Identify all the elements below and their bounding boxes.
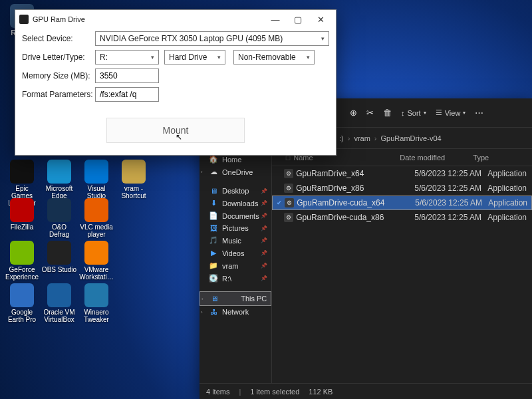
chevron-down-icon: ▾: [321, 35, 325, 42]
app-icon: [19, 15, 29, 24]
nav-r-drive[interactable]: 💽R:\: [200, 272, 271, 285]
view-button[interactable]: ☰View▾: [436, 108, 466, 117]
device-select[interactable]: NVIDIA GeForce RTX 3050 Laptop GPU (4095…: [95, 31, 329, 46]
label-letter: Drive Letter/Type:: [22, 53, 95, 62]
sort-button[interactable]: ↕Sort▾: [401, 109, 426, 117]
drive-type-select[interactable]: Hard Drive▾: [164, 50, 225, 65]
desktop-icon[interactable]: Google Earth Pro: [4, 283, 40, 323]
desktop-icon[interactable]: OBS Studio: [41, 241, 77, 273]
nav-documents[interactable]: 📄Documents: [200, 209, 271, 222]
nav-music[interactable]: 🎵Music: [200, 234, 271, 247]
nav-onedrive[interactable]: ›☁OneDrive: [200, 166, 271, 178]
dialog-titlebar[interactable]: GPU Ram Drive — ▢ ✕: [15, 10, 336, 29]
mount-button[interactable]: Mount ↖: [106, 118, 245, 143]
desktop-icon[interactable]: Winaero Tweaker: [78, 283, 114, 323]
nav-downloads[interactable]: ⬇Downloads: [200, 197, 271, 209]
gpu-ram-drive-dialog: GPU Ram Drive — ▢ ✕ Select Device: NVIDI…: [15, 9, 336, 156]
close-button[interactable]: ✕: [309, 12, 332, 27]
new-icon[interactable]: ⊕: [350, 108, 357, 118]
drive-letter-select[interactable]: R:▾: [95, 50, 159, 65]
memory-input[interactable]: [95, 68, 159, 83]
label-device: Select Device:: [22, 34, 95, 43]
desktop-icon[interactable]: VMware Workstati…: [78, 241, 114, 281]
format-input[interactable]: [95, 87, 159, 102]
explorer-status-bar: 4 items | 1 item selected 112 KB: [200, 383, 532, 399]
file-row[interactable]: ⚙GpuRamDrive_x865/6/2023 12:25 AMApplica…: [272, 181, 532, 196]
cursor-icon: ↖: [176, 132, 182, 142]
file-row[interactable]: ⚙GpuRamDrive_x645/6/2023 12:25 AMApplica…: [272, 166, 532, 181]
desktop-icon[interactable]: O&O Defrag: [41, 198, 77, 238]
label-format: Format Parameters:: [22, 90, 95, 99]
desktop-icon[interactable]: GeForce Experience: [4, 241, 40, 281]
nav-vram[interactable]: 📁vram: [200, 259, 271, 272]
nav-network[interactable]: ›🖧Network: [200, 306, 271, 318]
cut-icon[interactable]: ✂: [366, 108, 374, 118]
file-row[interactable]: ⚙GpuRamDrive-cuda_x865/6/2023 12:25 AMAp…: [272, 210, 532, 225]
more-icon[interactable]: ⋯: [475, 108, 483, 118]
minimize-button[interactable]: —: [264, 12, 287, 27]
label-memory: Memory Size (MB):: [22, 71, 95, 80]
nav-pictures[interactable]: 🖼Pictures: [200, 222, 271, 234]
nav-desktop[interactable]: 🖥Desktop: [200, 185, 271, 197]
nav-this-pc[interactable]: ›🖥This PC: [200, 291, 271, 306]
nav-videos[interactable]: ▶Videos: [200, 247, 271, 259]
desktop-icon[interactable]: VLC media player: [78, 198, 114, 238]
explorer-nav: 🏠Home ›☁OneDrive 🖥Desktop ⬇Downloads 📄Do…: [200, 149, 272, 383]
dialog-title: GPU Ram Drive: [33, 15, 85, 23]
desktop-icon[interactable]: Oracle VM VirtualBox: [41, 283, 77, 323]
desktop-icon[interactable]: Microsoft Edge: [41, 160, 77, 200]
delete-icon[interactable]: 🗑: [383, 108, 392, 118]
desktop-icon[interactable]: vram - Shortcut: [116, 160, 152, 200]
file-list: ☐Name Date modified Type ⚙GpuRamDrive_x6…: [272, 149, 532, 383]
maximize-button[interactable]: ▢: [287, 12, 309, 27]
desktop-icon[interactable]: FileZilla: [4, 198, 40, 231]
file-row[interactable]: ✔⚙GpuRamDrive-cuda_x645/6/2023 12:25 AMA…: [272, 196, 532, 210]
removable-select[interactable]: Non-Removable▾: [233, 50, 315, 65]
